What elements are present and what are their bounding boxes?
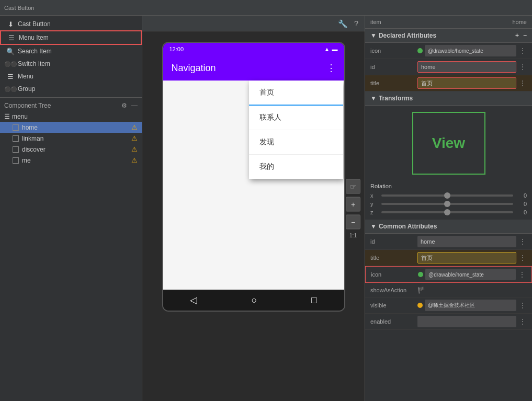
menu-item-2[interactable]: 联系人: [249, 106, 343, 130]
attr-label-icon: icon: [370, 48, 417, 54]
palette-item-switch-item[interactable]: ⚫⚫ Switch Item: [0, 58, 142, 70]
tree-menu-icon: ☰: [4, 113, 10, 120]
wifi-icon: ▲: [324, 46, 330, 52]
rotation-y-slider[interactable]: [381, 203, 513, 205]
rotation-z-thumb[interactable]: [444, 209, 450, 215]
palette-item-search-item[interactable]: 🔍 Search Item: [0, 45, 142, 58]
palette-items: ⬇ Cast Button ☰ Menu Item 🔍 Search Item …: [0, 16, 142, 97]
attr-row-id: id ⋮: [365, 59, 532, 75]
hand-tool-btn[interactable]: ☞: [346, 179, 360, 193]
palette-item-cast-button[interactable]: ⬇ Cast Button: [0, 18, 142, 30]
common-attr-row-enabled: enabled ⋮: [365, 314, 532, 330]
attr-more-id[interactable]: ⋮: [518, 63, 527, 71]
menu-item-4[interactable]: 我的: [249, 155, 343, 179]
rotation-section: Rotation x 0 y 0 z: [365, 181, 532, 220]
attr-more-title[interactable]: ⋮: [518, 79, 527, 87]
common-attr-label-visible: visible: [370, 302, 417, 308]
app-title: Navigation: [172, 63, 216, 74]
attr-value-title: ⋮: [417, 77, 527, 89]
tree-item-discover[interactable]: discover ⚠: [0, 144, 142, 155]
common-attributes-header[interactable]: ▼ Common Attributes: [365, 220, 532, 234]
menu-item-icon: ☰: [7, 33, 16, 42]
common-attr-row-title: title ⋮: [365, 250, 532, 266]
home-btn[interactable]: ○: [252, 295, 257, 306]
common-attr-input-title[interactable]: [417, 252, 516, 263]
minus-attr-icon[interactable]: −: [523, 32, 527, 39]
common-attr-input-visible[interactable]: [425, 300, 516, 311]
attr-more-icon[interactable]: ⋮: [518, 47, 527, 55]
minimize-icon[interactable]: —: [131, 102, 138, 109]
rotation-x-thumb[interactable]: [444, 192, 450, 199]
tree-discover-label: discover: [22, 146, 46, 153]
common-attr-row-show: showAsAction 🏴: [365, 283, 532, 297]
tree-item-home[interactable]: home ⚠: [0, 122, 142, 133]
tree-me-label: me: [22, 157, 31, 164]
zoom-level: 1:1: [346, 232, 360, 238]
common-attr-value-id: ⋮: [417, 236, 527, 247]
cast-button-icon: ⬇: [6, 20, 15, 28]
rotation-x-label: x: [370, 192, 378, 199]
common-attr-more-visible[interactable]: ⋮: [518, 301, 527, 310]
common-attr-row-visible: visible ⋮: [365, 297, 532, 314]
item-label: item: [370, 19, 381, 25]
rotation-z-slider[interactable]: [381, 211, 513, 213]
zoom-out-btn[interactable]: −: [346, 214, 360, 229]
linkman-warning-icon: ⚠: [131, 134, 138, 142]
tree-home-label: home: [22, 124, 38, 131]
green-dot-icon: [417, 48, 423, 53]
rotation-x-value: 0: [516, 192, 527, 199]
add-attr-icon[interactable]: +: [515, 32, 519, 39]
back-btn[interactable]: ◁: [190, 294, 197, 306]
attr-input-title[interactable]: [417, 77, 516, 89]
home-square-icon: [13, 124, 19, 131]
common-attr-input-icon[interactable]: [425, 269, 516, 280]
declared-attrs-icons: + −: [515, 32, 527, 39]
tree-item-discover-content: discover: [13, 146, 46, 153]
rotation-y-label: y: [370, 201, 378, 207]
attr-row-icon: icon ⋮: [365, 43, 532, 59]
rotation-x-row: x 0: [370, 192, 527, 199]
tree-item-menu[interactable]: ☰ menu: [0, 111, 142, 122]
common-attr-row-icon: icon ⋮: [365, 266, 532, 283]
common-attr-more-icon[interactable]: ⋮: [518, 270, 526, 279]
palette-item-search-label: Search Item: [18, 48, 52, 55]
transforms-title: Transforms: [379, 95, 413, 102]
common-attr-label-id: id: [370, 238, 417, 245]
component-tree-title: Component Tree: [4, 102, 51, 109]
right-panel-header: item home: [365, 16, 532, 29]
menu-item-1[interactable]: 首页: [249, 81, 343, 106]
search-item-icon: 🔍: [6, 47, 15, 55]
palette-item-menu[interactable]: ☰ Menu: [0, 70, 142, 83]
palette-item-group-label: Group: [18, 85, 35, 93]
rotation-z-row: z 0: [370, 209, 527, 215]
palette-item-menu-item[interactable]: ☰ Menu Item: [0, 30, 142, 45]
overflow-menu-icon[interactable]: ⋮: [326, 62, 336, 74]
common-attr-more-title[interactable]: ⋮: [518, 254, 527, 262]
rotation-z-value: 0: [516, 209, 527, 215]
common-attr-more-enabled[interactable]: ⋮: [518, 317, 527, 326]
palette-item-group[interactable]: ⚫⚫ Group: [0, 83, 142, 95]
rotation-x-slider[interactable]: [381, 194, 513, 197]
common-attr-input-id[interactable]: [417, 236, 516, 247]
common-attr-input-enabled[interactable]: [417, 316, 516, 327]
zoom-in-btn[interactable]: +: [346, 197, 360, 211]
menu-item-3[interactable]: 发现: [249, 130, 343, 155]
common-attr-value-visible: ⋮: [417, 300, 527, 311]
declared-attributes-header[interactable]: ▼ Declared Attributes + −: [365, 29, 532, 43]
me-square-icon: [13, 157, 19, 164]
discover-square-icon: [13, 146, 19, 153]
transforms-header[interactable]: ▼ Transforms: [365, 91, 532, 106]
tree-item-linkman[interactable]: linkman ⚠: [0, 133, 142, 144]
rotation-y-value: 0: [516, 201, 527, 207]
palette-item-switch-label: Switch Item: [18, 60, 50, 67]
tree-menu-label: menu: [12, 113, 28, 120]
center-help-icon[interactable]: ?: [354, 19, 358, 28]
attr-input-icon[interactable]: [425, 45, 516, 56]
gear-icon[interactable]: ⚙: [121, 102, 127, 109]
attr-input-id[interactable]: [417, 61, 516, 73]
common-attr-more-id[interactable]: ⋮: [518, 237, 527, 246]
common-attr-value-show: 🏴: [417, 287, 527, 294]
tree-item-me[interactable]: me ⚠: [0, 155, 142, 166]
rotation-y-thumb[interactable]: [444, 201, 450, 207]
square-btn[interactable]: □: [311, 295, 317, 306]
